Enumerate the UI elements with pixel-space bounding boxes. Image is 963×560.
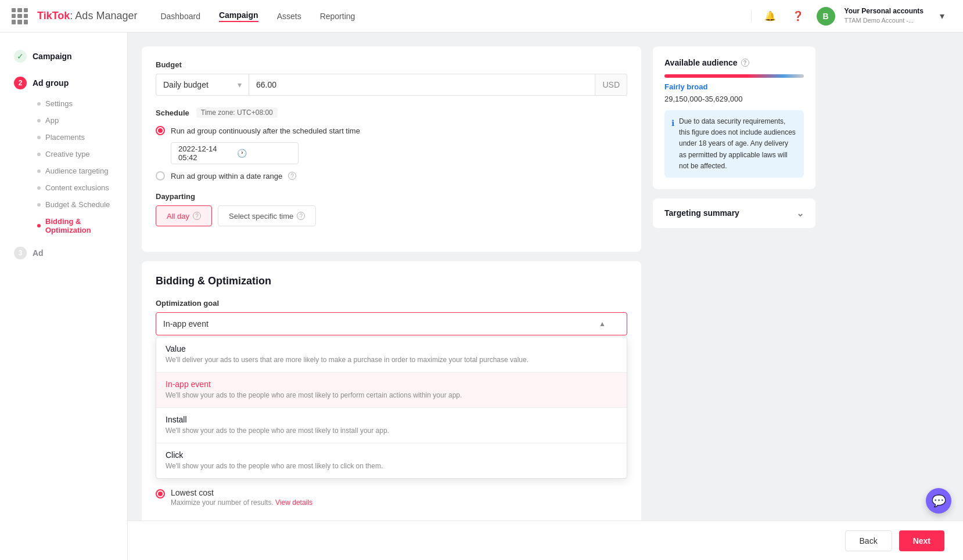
dropdown-item-value[interactable]: Value We'll deliver your ads to users th… (156, 337, 627, 372)
sidebar-item-app-label: App (45, 116, 59, 125)
account-info: Your Personal accounts TTAM Demo Account… (845, 6, 924, 25)
dot-bidding-optimization (37, 224, 41, 227)
dot-settings (37, 102, 41, 106)
dot-audience-targeting (37, 169, 41, 173)
ad-step-num: 3 (14, 247, 27, 259)
notification-button[interactable]: 🔔 (761, 7, 779, 26)
daypart-specific-info-icon[interactable]: ? (297, 212, 305, 220)
audience-notice: ℹ Due to data security requirements, thi… (664, 110, 804, 178)
dropdown-item-install[interactable]: Install We'll show your ads to the peopl… (156, 408, 627, 443)
chat-bubble[interactable]: 💬 (926, 488, 951, 514)
sidebar-step-adgroup: 2 Ad group Settings App Placements (0, 71, 127, 239)
sidebar-item-budget-schedule[interactable]: Budget & Schedule (33, 196, 118, 213)
campaign-check-icon: ✓ (14, 50, 27, 63)
optimization-select[interactable]: In-app event ▲ (156, 312, 627, 335)
nav-reporting[interactable]: Reporting (320, 12, 355, 21)
targeting-chevron-icon: ⌄ (796, 208, 804, 219)
schedule-label: Schedule (156, 109, 189, 117)
bid-lowest-cost-desc: Maximize your number of results. View de… (171, 498, 312, 507)
help-button[interactable]: ❓ (789, 7, 807, 26)
sidebar-step-campaign: ✓ Campaign (0, 44, 127, 68)
sidebar-item-audience-targeting[interactable]: Audience targeting (33, 162, 118, 179)
nav-dashboard[interactable]: Dashboard (160, 12, 200, 21)
account-sub: TTAM Demo Account -... (845, 16, 924, 25)
schedule-option2[interactable]: Run ad group within a date range ? (156, 171, 627, 180)
budget-amount-input[interactable] (249, 74, 595, 96)
optimization-dropdown: Value We'll deliver your ads to users th… (156, 337, 627, 479)
schedule-field-row: Schedule Time zone: UTC+08:00 Run ad gro… (156, 107, 627, 180)
audience-bar (664, 74, 804, 78)
nav-campaign[interactable]: Campaign (219, 10, 258, 22)
sidebar-item-settings[interactable]: Settings (33, 95, 118, 112)
dropdown-item-click[interactable]: Click We'll show your ads to the people … (156, 443, 627, 478)
dropdown-item-inapp[interactable]: In-app event We'll show your ads to the … (156, 373, 627, 407)
timezone-badge: Time zone: UTC+08:00 (196, 107, 278, 118)
account-dropdown-button[interactable]: ▾ (933, 7, 951, 26)
sidebar-item-placements-label: Placements (45, 133, 85, 142)
dropdown-item-install-title: Install (166, 415, 617, 424)
dropdown-item-inapp-desc: We'll show your ads to the people who ar… (166, 390, 617, 400)
daypart-specific-label: Select specific time (229, 212, 293, 221)
optimization-select-wrapper: In-app event ▲ Value We'll deliver your … (156, 312, 627, 479)
grid-icon (12, 8, 28, 24)
sidebar-item-placements[interactable]: Placements (33, 129, 118, 146)
optimization-goal-label: Optimization goal (156, 299, 627, 308)
sidebar-item-creative-type[interactable]: Creative type (33, 146, 118, 162)
daypart-allday-button[interactable]: All day ? (156, 205, 212, 226)
targeting-summary-header[interactable]: Targeting summary ⌄ (664, 208, 804, 219)
daypart-allday-info-icon[interactable]: ? (193, 212, 201, 220)
sidebar-sub-items: Settings App Placements Creative type Au… (9, 95, 118, 239)
sidebar: ✓ Campaign 2 Ad group Settings App (0, 32, 128, 560)
dropdown-item-click-desc: We'll show your ads to the people who ar… (166, 461, 617, 471)
sidebar-item-bidding-optimization[interactable]: Bidding & Optimization (33, 213, 118, 239)
dayparting-row: All day ? Select specific time ? (156, 205, 627, 226)
dot-app (37, 119, 41, 122)
sidebar-step-ad-header[interactable]: 3 Ad (9, 241, 118, 265)
sidebar-step-ad: 3 Ad (0, 241, 127, 265)
sidebar-item-bidding-optimization-label: Bidding & Optimization (45, 217, 113, 234)
content-wrapper: Budget Daily budget ▾ USD (142, 46, 949, 541)
sidebar-item-budget-schedule-label: Budget & Schedule (45, 200, 110, 209)
bid-mode-info: Lowest cost Maximize your number of resu… (171, 488, 312, 507)
targeting-summary-label: Targeting summary (664, 208, 739, 218)
optimization-selected-value: In-app event (163, 319, 209, 328)
bid-view-details-link[interactable]: View details (275, 498, 312, 507)
budget-label: Budget (156, 60, 627, 69)
dot-budget-schedule (37, 203, 41, 207)
dropdown-item-inapp-title: In-app event (166, 380, 617, 389)
audience-card: Available audience ? Fairly broad 29,150… (653, 46, 815, 189)
sidebar-step-adgroup-header[interactable]: 2 Ad group (9, 71, 118, 95)
sidebar-step-ad-label: Ad (33, 248, 44, 258)
schedule-radio1[interactable] (156, 126, 165, 135)
account-title: Your Personal accounts (845, 6, 924, 16)
budget-type-chevron: ▾ (238, 80, 242, 89)
schedule-option1[interactable]: Run ad group continuously after the sche… (156, 126, 627, 135)
audience-title: Available audience ? (664, 58, 804, 67)
sidebar-item-content-exclusions[interactable]: Content exclusions (33, 179, 118, 196)
budget-type-select[interactable]: Daily budget ▾ (156, 74, 249, 96)
nav-assets[interactable]: Assets (277, 12, 301, 21)
schedule-option2-info-icon[interactable]: ? (288, 172, 296, 180)
budget-type-label: Daily budget (163, 80, 209, 89)
sidebar-item-app[interactable]: App (33, 112, 118, 129)
schedule-radio2[interactable] (156, 171, 165, 180)
bottom-bar: Back Next (128, 521, 963, 560)
dot-creative-type (37, 153, 41, 156)
topnav: TikTok: Ads Manager Dashboard Campaign A… (0, 0, 963, 32)
divider (751, 10, 752, 22)
sidebar-item-audience-targeting-label: Audience targeting (45, 167, 108, 175)
audience-info-icon[interactable]: ? (741, 59, 749, 67)
bid-lowest-cost-radio[interactable] (156, 489, 165, 498)
clock-icon: 🕐 (237, 149, 291, 158)
daypart-specific-button[interactable]: Select specific time ? (218, 205, 316, 226)
sidebar-step-adgroup-label: Ad group (33, 78, 69, 88)
schedule-option1-text: Run ad group continuously after the sche… (171, 127, 360, 135)
back-button[interactable]: Back (845, 530, 892, 551)
schedule-date-input[interactable]: 2022-12-14 05:42 🕐 (171, 142, 299, 164)
targeting-card: Targeting summary ⌄ (653, 198, 815, 228)
dayparting-field-row: Dayparting All day ? Select specific tim… (156, 192, 627, 226)
right-panel: Available audience ? Fairly broad 29,150… (653, 46, 815, 541)
next-button[interactable]: Next (899, 530, 944, 551)
sidebar-step-campaign-header[interactable]: ✓ Campaign (9, 44, 118, 68)
dot-content-exclusions (37, 186, 41, 190)
